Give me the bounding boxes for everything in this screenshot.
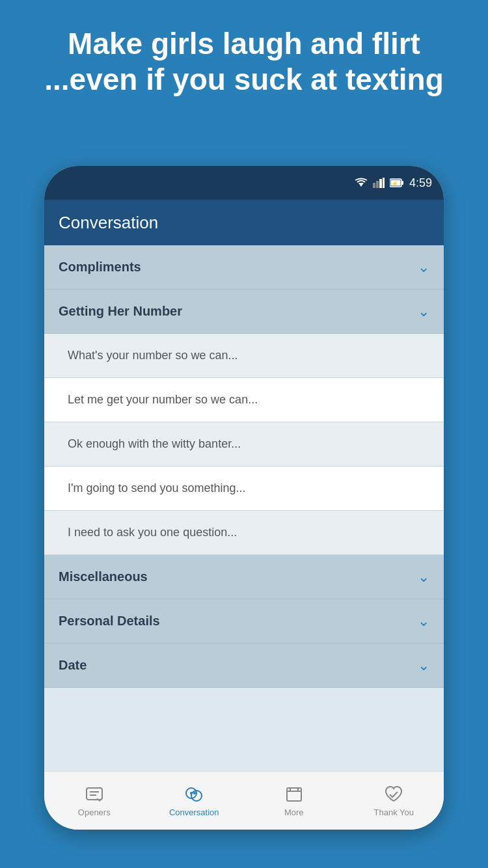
- section-miscellaneous[interactable]: Miscellaneous ⌄: [44, 555, 444, 599]
- list-item[interactable]: I need to ask you one question...: [44, 511, 444, 555]
- svg-point-15: [193, 792, 196, 794]
- section-compliments-label: Compliments: [59, 260, 141, 275]
- app-bar-title: Conversation: [59, 213, 158, 233]
- status-icons: ⚡ 4:59: [355, 176, 432, 190]
- nav-thank-you[interactable]: Thank You: [344, 784, 444, 817]
- chevron-getting-her-number-icon: ⌄: [418, 303, 429, 320]
- list-item[interactable]: I'm going to send you something...: [44, 467, 444, 511]
- conversation-icon: [183, 784, 204, 805]
- nav-more-label: More: [284, 807, 304, 817]
- nav-conversation-label: Conversation: [169, 807, 219, 817]
- section-getting-her-number-label: Getting Her Number: [59, 304, 182, 319]
- list-item-text: Let me get your number so we can...: [68, 393, 258, 407]
- section-personal-details[interactable]: Personal Details ⌄: [44, 599, 444, 644]
- list-item[interactable]: Ok enough with the witty banter...: [44, 422, 444, 467]
- more-icon: [284, 784, 305, 805]
- svg-text:⚡: ⚡: [392, 180, 398, 187]
- nav-openers[interactable]: Openers: [44, 784, 144, 817]
- section-date-label: Date: [59, 658, 87, 673]
- svg-rect-3: [379, 179, 382, 188]
- openers-icon: [84, 784, 105, 805]
- svg-rect-6: [401, 181, 403, 185]
- chevron-personal-details-icon: ⌄: [418, 613, 429, 630]
- nav-openers-label: Openers: [78, 807, 111, 817]
- headline-line1: Make girls laugh and flirt: [20, 26, 468, 62]
- section-date[interactable]: Date ⌄: [44, 644, 444, 688]
- nav-conversation[interactable]: Conversation: [144, 784, 245, 817]
- list-item[interactable]: What's your number so we can...: [44, 334, 444, 378]
- bottom-nav: Openers Conversation More: [44, 771, 444, 830]
- svg-rect-16: [287, 788, 301, 801]
- section-getting-her-number[interactable]: Getting Her Number ⌄: [44, 290, 444, 334]
- chevron-miscellaneous-icon: ⌄: [418, 569, 429, 586]
- list-item-text: What's your number so we can...: [68, 349, 238, 362]
- chevron-date-icon: ⌄: [418, 657, 429, 674]
- section-personal-details-label: Personal Details: [59, 614, 160, 629]
- list-item[interactable]: Let me get your number so we can...: [44, 378, 444, 422]
- svg-rect-2: [376, 181, 379, 188]
- signal-icon: [373, 178, 385, 188]
- headline: Make girls laugh and flirt ...even if yo…: [0, 26, 488, 98]
- nav-thank-you-label: Thank You: [374, 807, 414, 817]
- app-bar: Conversation: [44, 200, 444, 245]
- thank-you-icon: [383, 784, 404, 805]
- svg-rect-1: [373, 183, 375, 188]
- section-miscellaneous-label: Miscellaneous: [59, 569, 148, 584]
- svg-point-14: [190, 792, 193, 794]
- battery-icon: ⚡: [390, 178, 404, 188]
- svg-rect-9: [87, 788, 102, 800]
- list-item-text: I'm going to send you something...: [68, 481, 246, 495]
- status-time: 4:59: [409, 176, 432, 190]
- headline-line2: ...even if you suck at texting: [20, 62, 468, 98]
- phone-mockup: ⚡ 4:59 Conversation Compliments ⌄ Gettin…: [44, 166, 444, 830]
- svg-marker-0: [359, 183, 364, 187]
- list-item-text: Ok enough with the witty banter...: [68, 437, 241, 451]
- wifi-icon: [355, 178, 368, 188]
- section-compliments[interactable]: Compliments ⌄: [44, 245, 444, 290]
- content-area: Compliments ⌄ Getting Her Number ⌄ What'…: [44, 245, 444, 771]
- list-item-text: I need to ask you one question...: [68, 526, 237, 539]
- chevron-compliments-icon: ⌄: [418, 259, 429, 276]
- svg-rect-4: [383, 178, 385, 188]
- status-bar: ⚡ 4:59: [44, 166, 444, 200]
- nav-more[interactable]: More: [244, 784, 344, 817]
